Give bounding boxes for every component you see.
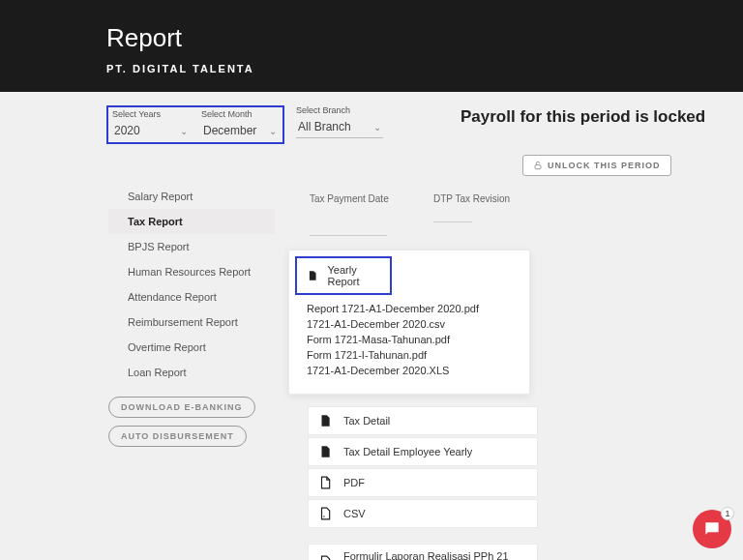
tax-payment-date-col: Tax Payment Date — [310, 193, 397, 236]
option-label: PDF — [343, 477, 365, 488]
sidebar-item-hr[interactable]: Human Resources Report — [108, 259, 275, 284]
file-link[interactable]: Form 1721-I-Tahunan.pdf — [307, 347, 512, 363]
download-ebanking-button[interactable]: DOWNLOAD E-BANKING — [108, 397, 255, 418]
file-link[interactable]: 1721-A1-December 2020.XLS — [307, 363, 512, 378]
chevron-down-icon: ⌄ — [373, 122, 381, 133]
download-options: Tax Detail Tax Detail Employee Yearly PD… — [308, 406, 538, 560]
yearly-file-list: Report 1721-A1-December 2020.pdf 1721-A1… — [289, 295, 529, 384]
payroll-status: Payroll for this period is locked — [461, 106, 705, 127]
option-label: Tax Detail Employee Yearly — [343, 446, 472, 457]
option-formulir-dtp[interactable]: x Formulir Laporan Realisasi PPh 21 DTP — [308, 544, 538, 560]
month-filter[interactable]: Select Month December⌄ — [201, 109, 279, 141]
option-csv[interactable]: x CSV — [308, 499, 538, 528]
chat-icon — [702, 519, 722, 539]
csv-icon: x — [318, 506, 332, 521]
sidebar-item-tax[interactable]: Tax Report — [108, 209, 275, 234]
unlock-label: UNLOCK THIS PERIOD — [548, 161, 661, 170]
file-icon — [318, 444, 332, 459]
unlock-icon — [533, 161, 543, 170]
year-filter[interactable]: Select Years 2020⌄ — [112, 109, 190, 141]
input-line[interactable] — [433, 221, 472, 222]
branch-filter[interactable]: Select Branch All Branch⌄ — [296, 105, 383, 144]
sidebar-item-overtime[interactable]: Overtime Report — [108, 335, 275, 360]
option-pdf[interactable]: PDF — [308, 468, 538, 497]
main-content: Tax Payment Date DTP Tax Revision Yearly… — [288, 182, 637, 560]
file-link[interactable]: 1721-A1-December 2020.csv — [307, 316, 512, 332]
sidebar-item-reimbursement[interactable]: Reimbursement Report — [108, 309, 275, 335]
sidebar-item-loan[interactable]: Loan Report — [108, 360, 275, 385]
company-name: PT. DIGITAL TALENTA — [106, 63, 743, 74]
month-value: December — [203, 124, 256, 137]
input-line[interactable] — [310, 235, 387, 236]
yearly-title: Yearly Report — [328, 264, 380, 287]
option-label: Tax Detail — [343, 415, 390, 427]
page-title: Report — [106, 23, 743, 53]
svg-rect-0 — [535, 165, 541, 169]
year-month-group: Select Years 2020⌄ Select Month December… — [106, 105, 284, 144]
option-tax-detail-yearly[interactable]: Tax Detail Employee Yearly — [308, 437, 538, 466]
col-label: DTP Tax Revision — [433, 193, 510, 204]
branch-value: All Branch — [298, 120, 351, 133]
month-label: Select Month — [201, 109, 279, 119]
page-header: Report PT. DIGITAL TALENTA — [0, 0, 743, 92]
col-label: Tax Payment Date — [310, 193, 389, 204]
chevron-down-icon: ⌄ — [269, 126, 277, 136]
unlock-button[interactable]: UNLOCK THIS PERIOD — [522, 155, 671, 176]
year-value: 2020 — [114, 124, 140, 137]
file-icon — [307, 268, 318, 283]
option-tax-detail[interactable]: Tax Detail — [308, 406, 538, 435]
file-link[interactable]: Report 1721-A1-December 2020.pdf — [307, 301, 512, 316]
pdf-icon — [318, 475, 332, 490]
year-label: Select Years — [112, 109, 190, 119]
branch-label: Select Branch — [296, 105, 383, 115]
file-icon — [318, 413, 332, 428]
sidebar-item-salary[interactable]: Salary Report — [108, 184, 275, 209]
yearly-report-panel: Yearly Report Report 1721-A1-December 20… — [288, 250, 530, 395]
status-heading: Payroll for this period is locked — [461, 106, 705, 127]
file-link[interactable]: Form 1721-Masa-Tahunan.pdf — [307, 332, 512, 347]
tax-header: Tax Payment Date DTP Tax Revision — [288, 182, 637, 236]
chat-widget[interactable]: 1 — [693, 510, 731, 548]
option-label: CSV — [343, 508, 366, 519]
sidebar-item-bpjs[interactable]: BPJS Report — [108, 234, 275, 259]
xls-icon: x — [318, 554, 332, 560]
chevron-down-icon: ⌄ — [180, 126, 188, 136]
dtp-revision-col: DTP Tax Revision — [433, 193, 520, 236]
report-sidebar: Salary Report Tax Report BPJS Report Hum… — [108, 184, 275, 447]
auto-disbursement-button[interactable]: AUTO DISBURSEMENT — [108, 426, 247, 447]
sidebar-item-attendance[interactable]: Attendance Report — [108, 284, 275, 309]
option-label: Formulir Laporan Realisasi PPh 21 DTP — [343, 550, 527, 560]
chat-badge: 1 — [721, 507, 734, 520]
yearly-report-header[interactable]: Yearly Report — [295, 256, 392, 295]
svg-text:x: x — [323, 514, 325, 518]
